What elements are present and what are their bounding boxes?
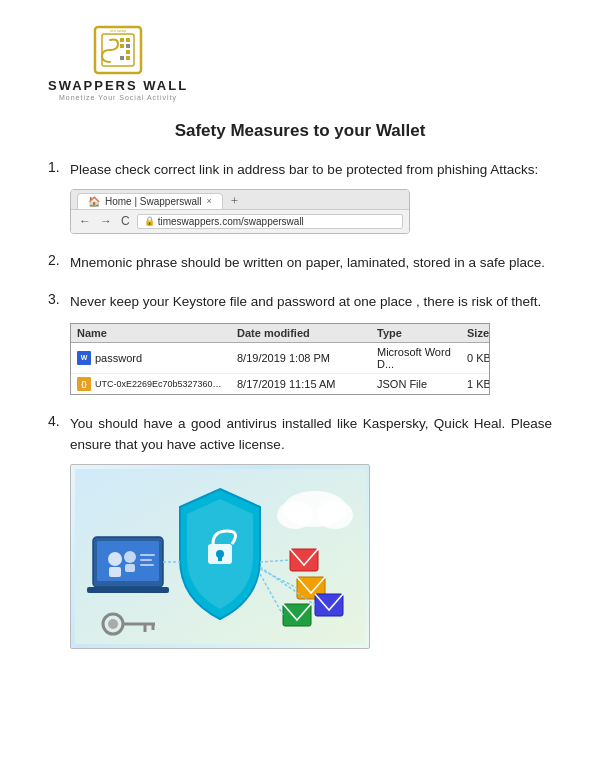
list-item-2: 2. Mnemonic phrase should be written on …: [48, 252, 552, 274]
svg-rect-7: [126, 50, 130, 54]
svg-rect-3: [126, 38, 130, 42]
brand-name: SWAPPERS WALL: [48, 78, 188, 93]
file-size-0: 0 KB: [467, 352, 490, 364]
list-row-1: 1. Please check correct link in address …: [48, 159, 552, 181]
file-name-text-0: password: [95, 352, 142, 364]
file-size-1: 1 KB: [467, 378, 490, 390]
svg-rect-19: [125, 564, 135, 572]
svg-rect-35: [315, 594, 343, 616]
file-name-0: W password: [77, 351, 237, 365]
svg-text:era swap: era swap: [110, 28, 127, 33]
file-date-0: 8/19/2019 1:08 PM: [237, 352, 377, 364]
svg-rect-22: [140, 564, 154, 566]
file-type-0: Microsoft Word D...: [377, 346, 467, 370]
svg-rect-21: [140, 559, 152, 561]
browser-tab: 🏠 Home | Swapperswall ×: [77, 193, 223, 209]
url-text: timeswappers.com/swapperswall: [158, 216, 304, 227]
svg-point-18: [124, 551, 136, 563]
page: era swap SWAPPERS WALL Monetize Your Soc…: [0, 0, 600, 776]
list-num-4: 4.: [48, 413, 70, 429]
file-row-0: W password 8/19/2019 1:08 PM Microsoft W…: [71, 343, 489, 374]
svg-rect-5: [126, 44, 130, 48]
list-text-3: Never keep your Keystore file and passwo…: [70, 291, 552, 313]
antivirus-svg: [75, 469, 365, 644]
svg-rect-2: [120, 38, 124, 42]
col-size: Size: [467, 327, 490, 339]
svg-point-31: [317, 501, 353, 529]
list-text-2: Mnemonic phrase should be written on pap…: [70, 252, 552, 274]
svg-rect-17: [109, 567, 121, 577]
list-text-4: You should have a good antivirus install…: [70, 413, 552, 456]
tab-close-icon[interactable]: ×: [207, 196, 212, 206]
logo-icon: era swap: [92, 24, 144, 76]
svg-point-25: [108, 619, 118, 629]
browser-tabs: 🏠 Home | Swapperswall × +: [71, 190, 409, 210]
browser-bar: 🏠 Home | Swapperswall × + ← → C 🔒 timesw…: [70, 189, 410, 234]
list-row-3: 3. Never keep your Keystore file and pas…: [48, 291, 552, 313]
col-type: Type: [377, 327, 467, 339]
list-text-1: Please check correct link in address bar…: [70, 159, 552, 181]
file-name-text-1: UTC-0xE2269Ec70b5327360B23F77B89b0c...: [95, 379, 225, 389]
list-item-1: 1. Please check correct link in address …: [48, 159, 552, 234]
file-row-1: {} UTC-0xE2269Ec70b5327360B23F77B89b0c..…: [71, 374, 489, 394]
json-file-icon: {}: [77, 377, 91, 391]
list-num-3: 3.: [48, 291, 70, 307]
list-row-2: 2. Mnemonic phrase should be written on …: [48, 252, 552, 274]
svg-point-16: [108, 552, 122, 566]
svg-rect-20: [140, 554, 155, 556]
content: 1. Please check correct link in address …: [48, 159, 552, 649]
new-tab-button[interactable]: +: [227, 193, 242, 209]
list-num-1: 1.: [48, 159, 70, 175]
file-table-header: Name Date modified Type Size: [71, 324, 489, 343]
word-file-icon: W: [77, 351, 91, 365]
page-title: Safety Measures to your Wallet: [48, 121, 552, 141]
home-icon: 🏠: [88, 196, 100, 207]
svg-rect-34: [283, 604, 311, 626]
file-explorer: Name Date modified Type Size W password …: [70, 323, 490, 395]
svg-rect-23: [87, 587, 169, 593]
forward-button[interactable]: →: [98, 214, 114, 228]
list-item-3: 3. Never keep your Keystore file and pas…: [48, 291, 552, 395]
file-name-1: {} UTC-0xE2269Ec70b5327360B23F77B89b0c..…: [77, 377, 237, 391]
brand-tagline: Monetize Your Social Activity: [59, 94, 177, 101]
antivirus-image: [70, 464, 370, 649]
file-type-1: JSON File: [377, 378, 467, 390]
list-row-4: 4. You should have a good antivirus inst…: [48, 413, 552, 456]
svg-rect-13: [218, 555, 222, 561]
list-item-4: 4. You should have a good antivirus inst…: [48, 413, 552, 649]
refresh-button[interactable]: C: [119, 214, 132, 228]
back-button[interactable]: ←: [77, 214, 93, 228]
col-name: Name: [77, 327, 237, 339]
svg-rect-32: [290, 549, 318, 571]
svg-rect-4: [120, 44, 124, 48]
browser-url-bar[interactable]: 🔒 timeswappers.com/swapperswall: [137, 214, 403, 229]
lock-icon: 🔒: [144, 216, 155, 226]
file-date-1: 8/17/2019 11:15 AM: [237, 378, 377, 390]
tab-label: Home | Swapperswall: [105, 196, 202, 207]
svg-rect-6: [120, 56, 124, 60]
col-date: Date modified: [237, 327, 377, 339]
logo-area: era swap SWAPPERS WALL Monetize Your Soc…: [48, 24, 188, 101]
svg-rect-8: [126, 56, 130, 60]
browser-nav: ← → C 🔒 timeswappers.com/swapperswall: [71, 210, 409, 233]
header: era swap SWAPPERS WALL Monetize Your Soc…: [48, 24, 552, 103]
svg-point-30: [277, 501, 313, 529]
list-num-2: 2.: [48, 252, 70, 268]
